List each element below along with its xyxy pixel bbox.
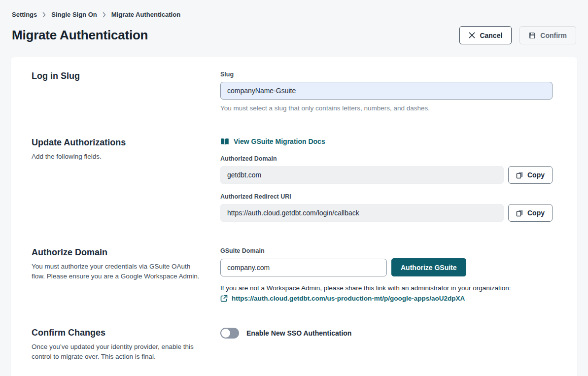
section-authorize-domain: Authorize Domain You must authorize your… [32,247,553,302]
copy-icon [516,209,523,217]
confirm-button[interactable]: Confirm [519,26,576,44]
authorize-domain-description: You must authorize your credentials via … [32,262,202,281]
authorized-redirect-uri-label: Authorized Redirect URI [220,193,553,200]
section-confirm-changes: Confirm Changes Once you’ve updated your… [32,328,553,362]
migrate-auth-card: Log in Slug Slug You must select a slug … [11,57,577,376]
breadcrumb: Settings Single Sign On Migrate Authenti… [12,11,576,18]
gsuite-domain-input[interactable] [220,259,387,276]
external-link-icon [220,295,228,302]
close-icon [469,32,475,38]
confirm-button-label: Confirm [540,32,567,39]
slug-helper-text: You must select a slug that only contain… [220,104,553,112]
save-icon [529,32,536,39]
section-update-authorizations: Update Authorizations Add the following … [32,137,553,222]
page-title: Migrate Authentication [12,28,148,43]
workspace-admin-note: If you are not a Workspace Admin, please… [220,284,553,292]
gsuite-migration-docs-link-label: View GSuite Migration Docs [234,137,325,145]
authorized-redirect-uri-value: https://auth.cloud.getdbt.com/login/call… [220,204,504,222]
authorized-domain-value: getdbt.com [220,166,504,184]
authorize-gsuite-button[interactable]: Authorize GSuite [391,258,466,276]
cancel-button-label: Cancel [480,32,502,39]
chevron-right-icon [102,12,106,18]
admin-share-link[interactable]: https://auth.cloud.getdbt.com/us-product… [232,295,465,302]
enable-sso-toggle[interactable] [220,328,239,339]
confirm-changes-heading: Confirm Changes [32,328,220,338]
slug-input[interactable] [220,82,553,100]
gsuite-migration-docs-link[interactable]: View GSuite Migration Docs [220,137,325,145]
confirm-changes-description: Once you’ve updated your identity provid… [32,342,202,362]
slug-field-label: Slug [220,71,553,78]
authorized-domain-label: Authorized Domain [220,155,553,162]
login-slug-heading: Log in Slug [32,71,220,81]
toggle-knob [221,329,230,338]
chevron-right-icon [42,12,46,18]
breadcrumb-settings[interactable]: Settings [12,11,37,18]
breadcrumb-single-sign-on[interactable]: Single Sign On [51,11,97,18]
breadcrumb-current-page: Migrate Authentication [111,11,180,18]
cancel-button[interactable]: Cancel [459,26,512,44]
copy-button-label: Copy [527,209,545,217]
section-login-slug: Log in Slug Slug You must select a slug … [32,71,553,112]
update-authorizations-heading: Update Authorizations [32,137,220,148]
update-authorizations-description: Add the following fields. [32,152,202,162]
copy-icon [516,171,523,179]
page-header: Settings Single Sign On Migrate Authenti… [0,0,588,44]
copy-redirect-uri-button[interactable]: Copy [508,204,553,222]
authorize-domain-heading: Authorize Domain [32,247,220,258]
gsuite-domain-label: GSuite Domain [220,247,553,254]
enable-sso-toggle-label: Enable New SSO Authentication [246,329,351,337]
book-icon [220,138,229,145]
header-actions: Cancel Confirm [459,26,576,44]
copy-authorized-domain-button[interactable]: Copy [508,166,553,184]
copy-button-label: Copy [527,171,545,179]
